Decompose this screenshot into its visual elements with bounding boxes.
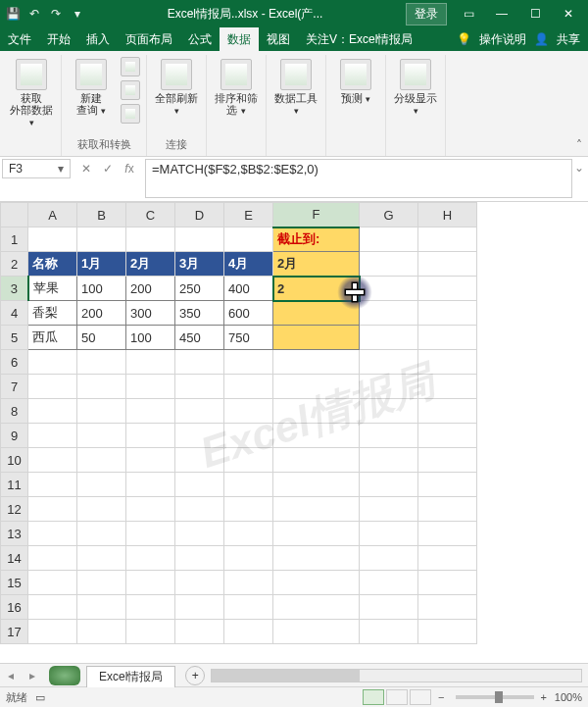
cell-G15[interactable] — [360, 571, 418, 595]
cell-F9[interactable] — [273, 424, 360, 448]
fill-handle[interactable] — [356, 297, 360, 301]
minimize-icon[interactable]: — — [488, 4, 515, 24]
cell-A2[interactable]: 名称 — [28, 252, 77, 277]
cell-F4[interactable] — [273, 301, 360, 326]
cell-F1[interactable]: 截止到: — [273, 227, 360, 252]
sheet-tab[interactable]: Excel情报局 — [86, 666, 175, 687]
cell-A5[interactable]: 西瓜 — [28, 326, 77, 350]
cancel-formula-icon[interactable]: ✕ — [78, 161, 94, 177]
tab-公式[interactable]: 公式 — [180, 27, 220, 51]
cell-D8[interactable] — [175, 399, 224, 424]
cell-H2[interactable] — [418, 252, 477, 277]
cell-E12[interactable] — [224, 497, 273, 522]
cell-F12[interactable] — [273, 497, 360, 522]
fx-icon[interactable]: fx — [122, 161, 137, 177]
col-header-A[interactable]: A — [28, 203, 77, 227]
row-header-4[interactable]: 4 — [1, 301, 28, 326]
cell-C4[interactable]: 300 — [126, 301, 175, 326]
cell-D3[interactable]: 250 — [175, 277, 224, 301]
tab-文件[interactable]: 文件 — [0, 27, 39, 51]
cell-A9[interactable] — [28, 424, 77, 448]
cell-E1[interactable] — [224, 227, 273, 252]
ribbon-button-5[interactable]: 预测 ▾ — [332, 57, 379, 105]
cell-G1[interactable] — [360, 227, 418, 252]
tab-开始[interactable]: 开始 — [39, 27, 78, 51]
cell-C2[interactable]: 2月 — [126, 252, 175, 277]
row-header-3[interactable]: 3 — [1, 277, 28, 301]
view-normal-icon[interactable] — [363, 689, 384, 705]
ribbon-button-6[interactable]: 分级显示 ▾ — [392, 57, 439, 117]
cell-E11[interactable] — [224, 473, 273, 497]
cell-A15[interactable] — [28, 571, 77, 595]
cell-C16[interactable] — [126, 595, 175, 620]
cell-C12[interactable] — [126, 497, 175, 522]
cell-H17[interactable] — [418, 620, 477, 644]
cell-A16[interactable] — [28, 595, 77, 620]
redo-icon[interactable]: ↷ — [49, 7, 63, 21]
cell-B9[interactable] — [77, 424, 126, 448]
cell-E6[interactable] — [224, 350, 273, 375]
cell-E3[interactable]: 400 — [224, 277, 273, 301]
cell-A3[interactable]: 苹果 — [28, 277, 77, 301]
col-header-H[interactable]: H — [418, 203, 477, 227]
cell-F3[interactable]: 2 — [273, 277, 360, 301]
row-header-5[interactable]: 5 — [1, 326, 28, 350]
cell-G4[interactable] — [360, 301, 418, 326]
cell-A6[interactable] — [28, 350, 77, 375]
cell-A8[interactable] — [28, 399, 77, 424]
cell-D2[interactable]: 3月 — [175, 252, 224, 277]
cell-F14[interactable] — [273, 546, 360, 571]
cell-E2[interactable]: 4月 — [224, 252, 273, 277]
ribbon-button-0[interactable]: 获取外部数据 ▾ — [8, 57, 55, 128]
cell-H16[interactable] — [418, 595, 477, 620]
cell-G9[interactable] — [360, 424, 418, 448]
cell-G6[interactable] — [360, 350, 418, 375]
zoom-slider[interactable] — [456, 695, 534, 699]
tab-nav-prev-icon[interactable]: ◂ — [0, 669, 22, 682]
row-header-15[interactable]: 15 — [1, 571, 28, 595]
cell-G14[interactable] — [360, 546, 418, 571]
cell-A4[interactable]: 香梨 — [28, 301, 77, 326]
cell-C10[interactable] — [126, 448, 175, 473]
cell-A1[interactable] — [28, 227, 77, 252]
row-header-2[interactable]: 2 — [1, 252, 28, 277]
cell-F8[interactable] — [273, 399, 360, 424]
cell-H6[interactable] — [418, 350, 477, 375]
ribbon-small-icon[interactable] — [121, 80, 140, 100]
login-button[interactable]: 登录 — [406, 3, 447, 25]
cell-F2[interactable]: 2月 — [273, 252, 360, 277]
cell-A13[interactable] — [28, 522, 77, 546]
cell-D5[interactable]: 450 — [175, 326, 224, 350]
cell-C7[interactable] — [126, 375, 175, 399]
cell-C15[interactable] — [126, 571, 175, 595]
cell-A7[interactable] — [28, 375, 77, 399]
col-header-C[interactable]: C — [126, 203, 175, 227]
cell-C3[interactable]: 200 — [126, 277, 175, 301]
tab-视图[interactable]: 视图 — [259, 27, 298, 51]
zoom-out-icon[interactable]: − — [438, 691, 444, 703]
cell-H14[interactable] — [418, 546, 477, 571]
cell-G3[interactable] — [360, 277, 418, 301]
cell-D15[interactable] — [175, 571, 224, 595]
cell-B10[interactable] — [77, 448, 126, 473]
cell-E15[interactable] — [224, 571, 273, 595]
cell-C1[interactable] — [126, 227, 175, 252]
row-header-17[interactable]: 17 — [1, 620, 28, 644]
help-icon[interactable]: 💡 — [457, 32, 471, 46]
cell-H11[interactable] — [418, 473, 477, 497]
row-header-9[interactable]: 9 — [1, 424, 28, 448]
ribbon-button-3[interactable]: 排序和筛选 ▾ — [213, 57, 260, 117]
cell-F16[interactable] — [273, 595, 360, 620]
cell-D17[interactable] — [175, 620, 224, 644]
view-pagelayout-icon[interactable] — [386, 689, 408, 705]
cell-H7[interactable] — [418, 375, 477, 399]
cell-G7[interactable] — [360, 375, 418, 399]
cell-A12[interactable] — [28, 497, 77, 522]
qat-dropdown-icon[interactable]: ▾ — [71, 7, 84, 21]
close-icon[interactable]: ✕ — [555, 4, 582, 24]
cell-D9[interactable] — [175, 424, 224, 448]
cell-G10[interactable] — [360, 448, 418, 473]
cell-B12[interactable] — [77, 497, 126, 522]
name-box[interactable]: F3▾ — [2, 159, 71, 178]
tab-关注V：Excel情报局[interactable]: 关注V：Excel情报局 — [298, 27, 420, 51]
